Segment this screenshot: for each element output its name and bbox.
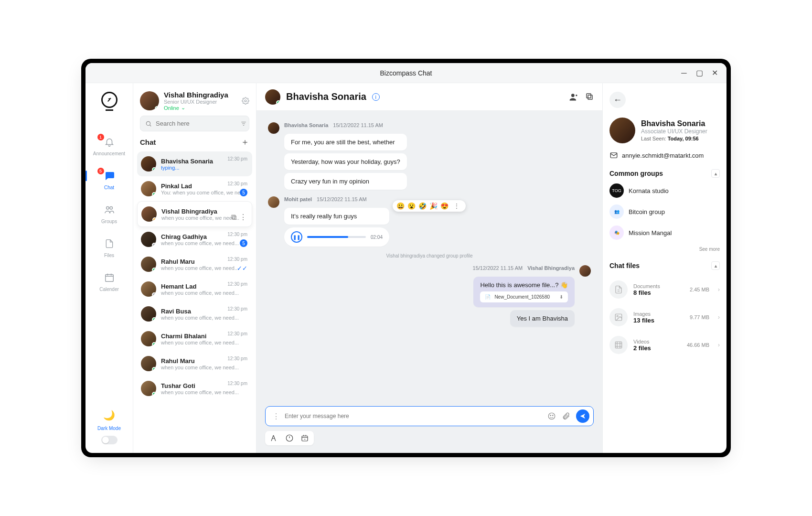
- chevron-down-icon: ⌄: [181, 105, 185, 111]
- svg-rect-16: [615, 342, 622, 348]
- message-bubble[interactable]: Yes I am Bhavisha: [510, 310, 575, 327]
- emoji-rofl-icon[interactable]: 🤣: [418, 202, 427, 210]
- see-more-link[interactable]: See more: [609, 247, 720, 252]
- chat-items-list[interactable]: Bhavisha Sonariatyping...12:30 pmPinkal …: [133, 151, 256, 453]
- profile-role: Senior UI/UX Designer: [164, 99, 237, 105]
- avatar: [268, 122, 279, 134]
- chat-list-item[interactable]: Hemant Ladwhen you come office, we need.…: [137, 277, 252, 301]
- chevron-right-icon: ›: [718, 286, 720, 293]
- more-icon[interactable]: ⋮: [272, 412, 280, 421]
- back-button[interactable]: ←: [609, 92, 626, 108]
- dark-mode-toggle[interactable]: [101, 436, 118, 444]
- format-icon[interactable]: [270, 434, 278, 442]
- attachment-icon[interactable]: [562, 412, 570, 420]
- message-bubble[interactable]: It's really really fun guys: [284, 208, 389, 225]
- message-bubble[interactable]: Yesterday, how was your holiday, guys?: [284, 153, 407, 170]
- profile-status[interactable]: Online ⌄: [164, 105, 237, 111]
- avatar: [141, 306, 156, 322]
- avatar: [141, 181, 156, 196]
- svg-point-0: [106, 207, 109, 210]
- audio-message[interactable]: ❚❚ 02:04: [284, 227, 389, 247]
- message-bubble[interactable]: For me, you are still the best, whether: [284, 134, 407, 150]
- more-icon[interactable]: ⋮: [451, 202, 462, 210]
- chevron-right-icon: ›: [718, 342, 720, 348]
- alert-icon[interactable]: [285, 434, 294, 442]
- chat-list-item[interactable]: Pinkal LadYou: when you come office, we …: [137, 176, 252, 201]
- chat-header: Bhavisha Sonaria i: [256, 83, 602, 111]
- svg-rect-6: [588, 95, 592, 99]
- svg-point-10: [553, 415, 554, 416]
- chat-list-item[interactable]: Tushar Gotiwhen you come office, we need…: [137, 376, 252, 401]
- group-item[interactable]: TOGKornata studio: [609, 183, 720, 198]
- message-composer[interactable]: ⋮: [265, 406, 594, 426]
- more-icon[interactable]: ⋮: [239, 213, 247, 222]
- copy-icon[interactable]: ⧉: [231, 213, 236, 222]
- close-icon[interactable]: ✕: [711, 70, 718, 76]
- contact-name: Bhavisha Sonaria: [641, 119, 707, 128]
- info-icon[interactable]: i: [372, 93, 380, 101]
- download-icon[interactable]: ⬇: [559, 294, 563, 300]
- file-category-row[interactable]: Documents8 files2.45 MB›: [609, 276, 720, 303]
- group-item[interactable]: 🎭Mission Mangal: [609, 226, 720, 240]
- info-panel: ← Bhavisha Sonaria Associate UI/UX Desig…: [602, 83, 727, 453]
- window: Bizcompass Chat ─ ▢ ✕ 1 Announcement 5 C…: [85, 63, 727, 453]
- groups-icon: [103, 204, 116, 216]
- chat-list-item[interactable]: Rahul Maruwhen you come office, we need.…: [137, 252, 252, 277]
- app-logo[interactable]: [101, 92, 118, 108]
- reaction-bar[interactable]: 😀 😮 🤣 🎉 😍 ⋮: [393, 200, 466, 212]
- chat-list-item[interactable]: Ravi Busawhen you come office, we need..…: [137, 301, 252, 326]
- nav-calendar[interactable]: Calender: [85, 271, 133, 292]
- send-button[interactable]: [576, 409, 589, 423]
- add-user-icon[interactable]: [569, 92, 578, 102]
- copy-icon[interactable]: [585, 92, 594, 102]
- chat-list-item[interactable]: Bhavisha Sonariatyping...12:30 pm: [137, 151, 252, 176]
- maximize-icon[interactable]: ▢: [696, 70, 703, 76]
- emoji-grin-icon[interactable]: 😀: [396, 202, 405, 210]
- nav-announcement[interactable]: 1 Announcement: [85, 136, 133, 156]
- avatar[interactable]: [140, 91, 159, 110]
- emoji-surprised-icon[interactable]: 😮: [407, 202, 416, 210]
- file-category-row[interactable]: Videos2 files46.66 MB›: [609, 331, 720, 359]
- file-category-row[interactable]: Images13 files9.77 MB›: [609, 303, 720, 331]
- collapse-icon[interactable]: ▴: [711, 261, 720, 270]
- message-time: 15/12/2022 11.15 AM: [473, 265, 523, 271]
- avatar[interactable]: [265, 89, 280, 105]
- file-attachment[interactable]: 📄 New_Document_1026580 ⬇: [480, 291, 568, 302]
- message-bubble[interactable]: Hello this is awesome file...? 👋 📄 New_D…: [473, 277, 575, 307]
- new-chat-button[interactable]: ＋: [241, 136, 249, 148]
- message-input[interactable]: [285, 413, 543, 419]
- search-box[interactable]: [140, 116, 249, 131]
- emoji-hearteyes-icon[interactable]: 😍: [440, 202, 449, 210]
- group-item[interactable]: 👥Bitcoin group: [609, 204, 720, 219]
- chat-list-item[interactable]: Vishal Bhingradiyawhen you come office, …: [137, 201, 252, 227]
- search-icon: [145, 120, 152, 127]
- search-input[interactable]: [156, 120, 236, 127]
- pause-icon[interactable]: ❚❚: [291, 231, 302, 243]
- audio-progress[interactable]: [307, 236, 366, 238]
- chat-list-item[interactable]: Chirag Gadhiyawhen you come office, we n…: [137, 227, 252, 252]
- avatar: [141, 281, 156, 297]
- file-icon: [103, 237, 116, 250]
- archive-icon[interactable]: [300, 434, 309, 442]
- chat-main: Bhavisha Sonaria i Bhavisha Sonaria15/12…: [256, 83, 602, 453]
- nav-files[interactable]: Files: [85, 237, 133, 258]
- message-bubble[interactable]: Crazy very fun in my opinion: [284, 173, 407, 190]
- chat-icon: 5: [103, 170, 116, 182]
- contact-role: Associate UI/UX Designer: [641, 128, 707, 135]
- emoji-icon[interactable]: [547, 412, 556, 420]
- emoji-party-icon[interactable]: 🎉: [429, 202, 438, 210]
- chat-list-item[interactable]: Charmi Bhalaniwhen you come office, we n…: [137, 326, 252, 351]
- svg-point-9: [550, 415, 551, 416]
- chat-list-item[interactable]: Rahul Maruwhen you come office, we need.…: [137, 351, 252, 376]
- gear-icon[interactable]: [242, 97, 249, 105]
- minimize-icon[interactable]: ─: [681, 70, 687, 76]
- chat-body[interactable]: Bhavisha Sonaria15/12/2022 11.15 AM For …: [256, 111, 602, 400]
- collapse-icon[interactable]: ▴: [711, 169, 720, 178]
- contact-email[interactable]: annyie.schmidt@matarkt.com: [609, 151, 720, 160]
- avatar[interactable]: [609, 118, 635, 143]
- nav-groups[interactable]: Groups: [85, 204, 133, 224]
- read-check-icon: ✓✓: [237, 265, 247, 272]
- file-icon: 📄: [485, 294, 491, 300]
- nav-chat[interactable]: 5 Chat: [85, 170, 133, 190]
- filter-icon[interactable]: [240, 120, 247, 127]
